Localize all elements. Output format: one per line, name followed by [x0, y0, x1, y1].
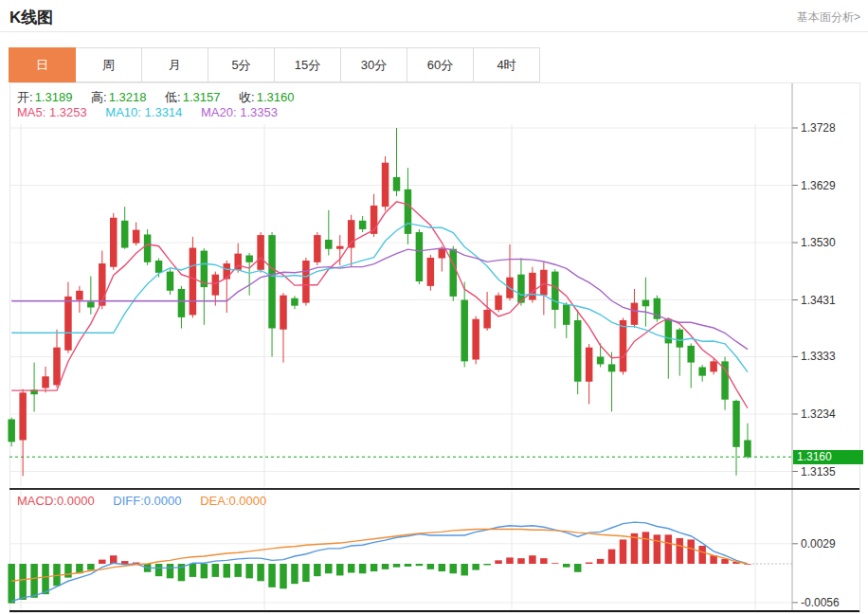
macd-value: 0.0000 — [57, 494, 95, 508]
macd-label: MACD: — [17, 494, 57, 508]
ma5-value: 1.3253 — [49, 105, 87, 119]
macd-histogram — [8, 532, 750, 603]
dea-label: DEA: — [200, 494, 228, 508]
pane-divider — [9, 488, 859, 490]
low-label: 低: — [165, 90, 181, 104]
y-axis-tick: 0.0029 — [801, 537, 836, 551]
ma5-label: MA5: — [17, 105, 45, 119]
y-axis-tick: 1.3234 — [801, 407, 836, 421]
y-axis-tick: 1.3333 — [801, 350, 836, 363]
tab-day[interactable]: 日 — [9, 47, 76, 82]
y-axis-tick: 1.3728 — [801, 121, 836, 135]
macd-legend: MACD:0.0000 DIFF:0.0000 DEA:0.0000 — [17, 494, 266, 508]
y-axis-tick: 1.3530 — [801, 236, 836, 249]
current-price-badge: 1.3160 — [793, 450, 863, 464]
open-label: 开: — [17, 90, 33, 104]
y-axis-tick: 1.3431 — [801, 294, 836, 307]
y-axis-tick: 1.3135 — [801, 465, 836, 479]
candles-group — [8, 128, 750, 476]
open-value: 1.3189 — [35, 90, 73, 104]
kline-widget: K线图 基本面分析> 日 周 月 5分 15分 30分 60分 4时 开:1.3… — [0, 0, 868, 614]
ma20-value: 1.3353 — [240, 105, 278, 119]
close-label: 收: — [239, 90, 255, 104]
high-value: 1.3218 — [109, 90, 147, 104]
diff-value: 0.0000 — [144, 494, 182, 508]
ma10-value: 1.3314 — [145, 105, 183, 119]
ma20-label: MA20: — [201, 105, 237, 119]
ma-legend: MA5: 1.3253 MA10: 1.3314 MA20: 1.3353 — [17, 105, 278, 119]
ohlc-legend: 开:1.3189 高:1.3218 低:1.3157 收:1.3160 — [17, 89, 294, 106]
ma10-label: MA10: — [105, 105, 141, 119]
y-axis-tick: 1.3629 — [801, 179, 836, 192]
close-value: 1.3160 — [257, 90, 295, 104]
diff-label: DIFF: — [113, 494, 144, 508]
low-value: 1.3157 — [183, 90, 221, 104]
dea-value: 0.0000 — [229, 494, 267, 508]
ma20-line — [11, 248, 748, 350]
high-label: 高: — [91, 90, 107, 104]
y-axis-tick: -0.0056 — [801, 596, 840, 609]
panel-bottom-border — [9, 610, 859, 612]
